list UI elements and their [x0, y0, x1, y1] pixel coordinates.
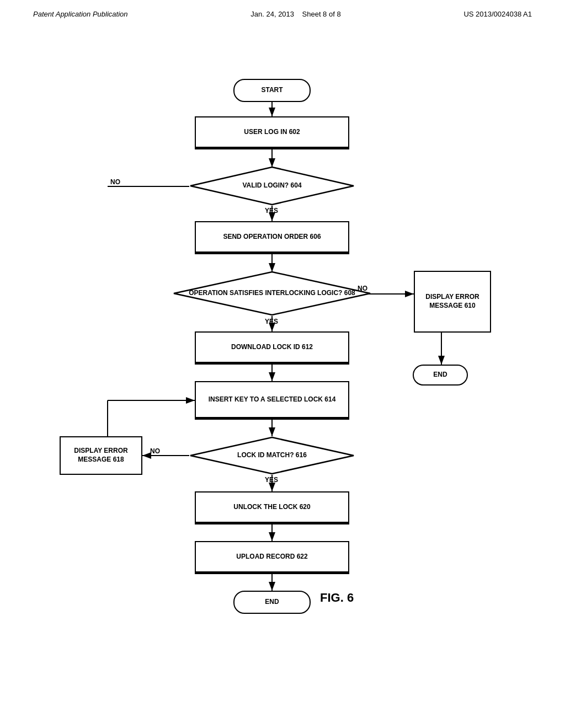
no-label-604: NO	[110, 178, 120, 186]
header-patent-number: US 2013/0024038 A1	[463, 10, 532, 18]
upload-record-node: UPLOAD RECORD 622	[195, 541, 349, 574]
yes-label-616: YES	[265, 476, 278, 484]
page-header: Patent Application Publication Jan. 24, …	[0, 0, 565, 18]
end-bottom-node: END	[233, 591, 311, 614]
end-right-node: END	[413, 365, 468, 386]
valid-login-node: VALID LOGIN? 604	[189, 166, 355, 206]
no-label-608: NO	[358, 285, 367, 292]
insert-key-node: INSERT KEY TO A SELECTED LOCK 614	[195, 381, 349, 420]
display-error-618-node: DISPLAY ERROR MESSAGE 618	[60, 436, 142, 475]
display-error-610-node: DISPLAY ERROR MESSAGE 610	[414, 271, 491, 333]
unlock-lock-node: UNLOCK THE LOCK 620	[195, 491, 349, 524]
lock-id-match-node: LOCK ID MATCH? 616	[189, 436, 355, 475]
user-login-node: USER LOG IN 602	[195, 116, 349, 149]
yes-label-608: YES	[265, 318, 278, 325]
operation-satisfies-node: OPERATION SATISFIES INTERLOCKING LOGIC? …	[173, 271, 371, 316]
header-publication: Patent Application Publication	[33, 10, 128, 18]
flowchart-diagram: START USER LOG IN 602 VALID LOGIN? 604 Y…	[0, 24, 565, 697]
figure-label: FIG. 6	[320, 591, 354, 605]
header-date-sheet: Jan. 24, 2013 Sheet 8 of 8	[250, 10, 340, 18]
download-lock-id-node: DOWNLOAD LOCK ID 612	[195, 331, 349, 365]
no-label-616: NO	[150, 447, 160, 455]
send-operation-node: SEND OPERATION ORDER 606	[195, 221, 349, 254]
start-node: START	[233, 79, 311, 102]
yes-label-604: YES	[265, 207, 278, 215]
